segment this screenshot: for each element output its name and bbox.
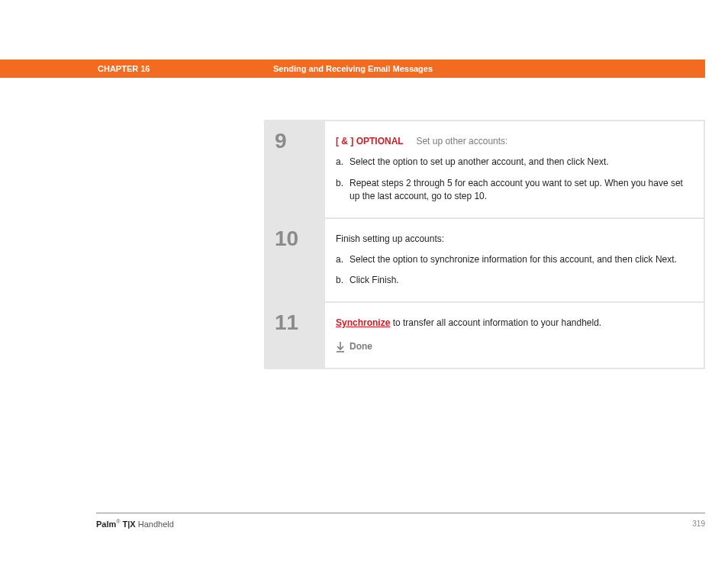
footer-product-rest: Handheld <box>136 520 174 529</box>
list-item: a. Select the option to set up another a… <box>336 156 690 169</box>
item-text: Select the option to set up another acco… <box>350 156 690 169</box>
step-body: [ & ] OPTIONAL Set up other accounts: a.… <box>325 121 704 217</box>
synchronize-link[interactable]: Synchronize <box>336 317 390 328</box>
sync-rest: to transfer all account information to y… <box>390 317 601 328</box>
item-text: Select the option to synchronize informa… <box>350 253 690 266</box>
done-indicator: Done <box>336 340 690 353</box>
arrow-down-icon <box>336 342 350 352</box>
sub-list: a. Select the option to set up another a… <box>336 156 690 203</box>
sub-list: a. Select the option to synchronize info… <box>336 253 690 288</box>
step-body: Synchronize to transfer all account info… <box>325 303 704 368</box>
item-text: Click Finish. <box>350 274 690 287</box>
footer-rule <box>96 513 705 513</box>
list-item: b. Click Finish. <box>336 274 690 287</box>
optional-rest: Set up other accounts: <box>416 136 507 146</box>
done-label: Done <box>350 340 372 353</box>
step-row: 11 Synchronize to transfer all account i… <box>266 303 704 369</box>
item-marker: a. <box>336 253 350 266</box>
step-number: 9 <box>266 121 325 217</box>
item-text: Repeat steps 2 through 5 for each accoun… <box>350 177 690 204</box>
steps-table: 9 [ & ] OPTIONAL Set up other accounts: … <box>264 120 705 369</box>
chapter-label: CHAPTER 16 <box>0 64 273 73</box>
optional-brackets: [ & ] <box>336 136 353 146</box>
step-intro: [ & ] OPTIONAL Set up other accounts: <box>336 135 690 148</box>
item-marker: a. <box>336 156 350 169</box>
footer-brand: Palm <box>96 520 116 529</box>
step-row: 10 Finish setting up accounts: a. Select… <box>266 219 704 303</box>
list-item: a. Select the option to synchronize info… <box>336 253 690 266</box>
footer-product: Palm® T|X Handheld <box>96 519 174 529</box>
step-number: 11 <box>266 303 325 368</box>
optional-label: OPTIONAL <box>356 136 404 146</box>
chapter-title: Sending and Receiving Email Messages <box>273 64 705 73</box>
chapter-header: CHAPTER 16 Sending and Receiving Email M… <box>0 60 705 78</box>
step-body: Finish setting up accounts: a. Select th… <box>325 219 704 301</box>
step-text: Synchronize to transfer all account info… <box>336 317 690 330</box>
item-marker: b. <box>336 177 350 204</box>
step-number: 10 <box>266 219 325 301</box>
item-marker: b. <box>336 274 350 287</box>
footer-model: T|X <box>120 520 135 529</box>
page-number: 319 <box>692 520 705 528</box>
step-row: 9 [ & ] OPTIONAL Set up other accounts: … <box>266 121 704 219</box>
list-item: b. Repeat steps 2 through 5 for each acc… <box>336 177 690 204</box>
step-intro: Finish setting up accounts: <box>336 233 690 246</box>
